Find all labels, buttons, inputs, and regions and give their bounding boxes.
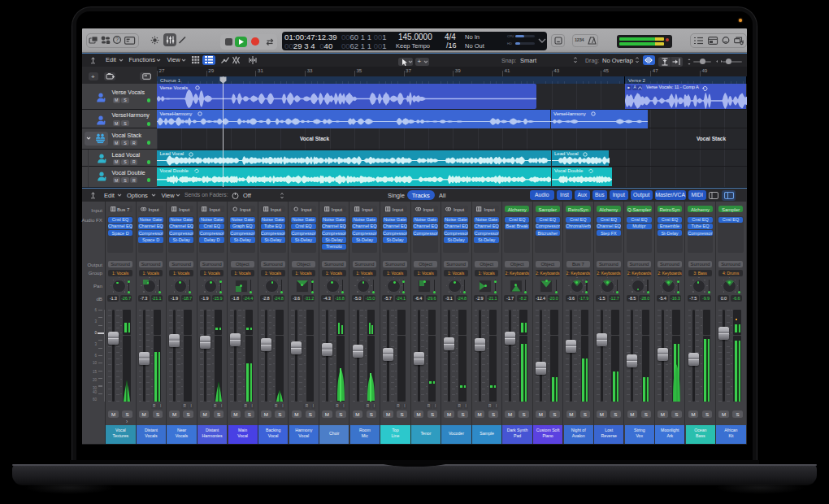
svg-text:?: ?: [115, 37, 119, 42]
